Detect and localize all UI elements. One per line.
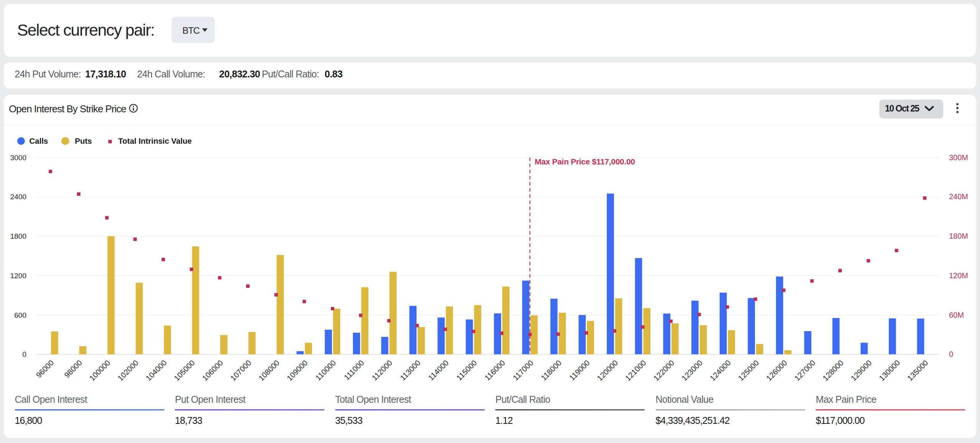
svg-text:102000: 102000 xyxy=(116,358,140,382)
svg-text:116000: 116000 xyxy=(483,358,507,382)
svg-text:125000: 125000 xyxy=(737,358,761,382)
svg-text:105000: 105000 xyxy=(172,358,196,382)
svg-text:119000: 119000 xyxy=(568,358,591,382)
svg-text:135000: 135000 xyxy=(906,358,930,382)
svg-text:118000: 118000 xyxy=(539,358,563,382)
svg-text:110000: 110000 xyxy=(314,358,338,382)
svg-text:98000: 98000 xyxy=(62,358,83,379)
svg-text:240M: 240M xyxy=(949,192,968,201)
svg-text:0: 0 xyxy=(949,350,953,358)
svg-text:Max Pain Price $117,000.00: Max Pain Price $117,000.00 xyxy=(535,157,635,166)
svg-text:100000: 100000 xyxy=(88,358,112,382)
svg-text:0: 0 xyxy=(22,350,26,358)
svg-text:111000: 111000 xyxy=(342,358,366,382)
svg-text:117000: 117000 xyxy=(511,358,535,382)
svg-text:115000: 115000 xyxy=(455,358,479,382)
svg-text:2400: 2400 xyxy=(10,193,26,201)
svg-text:121000: 121000 xyxy=(624,358,648,382)
svg-text:112000: 112000 xyxy=(370,358,394,382)
svg-text:127000: 127000 xyxy=(793,358,817,382)
svg-text:122000: 122000 xyxy=(652,358,676,382)
svg-text:126000: 126000 xyxy=(764,358,789,382)
svg-text:109000: 109000 xyxy=(285,358,309,382)
svg-text:107000: 107000 xyxy=(229,358,253,382)
svg-text:106000: 106000 xyxy=(201,358,225,382)
svg-text:123000: 123000 xyxy=(680,358,704,382)
svg-text:600: 600 xyxy=(14,311,26,319)
svg-text:180M: 180M xyxy=(949,232,968,240)
svg-text:300M: 300M xyxy=(949,153,968,162)
svg-text:130000: 130000 xyxy=(877,358,902,382)
svg-text:1800: 1800 xyxy=(10,232,26,240)
svg-text:104000: 104000 xyxy=(144,358,168,382)
svg-text:113000: 113000 xyxy=(399,358,422,382)
svg-text:120M: 120M xyxy=(949,271,968,280)
svg-text:129000: 129000 xyxy=(849,358,873,382)
svg-text:114000: 114000 xyxy=(426,358,450,382)
svg-text:108000: 108000 xyxy=(257,358,281,382)
svg-text:124000: 124000 xyxy=(708,358,732,382)
svg-text:128000: 128000 xyxy=(821,358,845,382)
svg-text:1200: 1200 xyxy=(10,272,26,280)
svg-text:96000: 96000 xyxy=(34,358,56,379)
svg-text:3000: 3000 xyxy=(10,154,26,162)
svg-text:60M: 60M xyxy=(949,311,964,319)
svg-text:120000: 120000 xyxy=(595,358,619,382)
